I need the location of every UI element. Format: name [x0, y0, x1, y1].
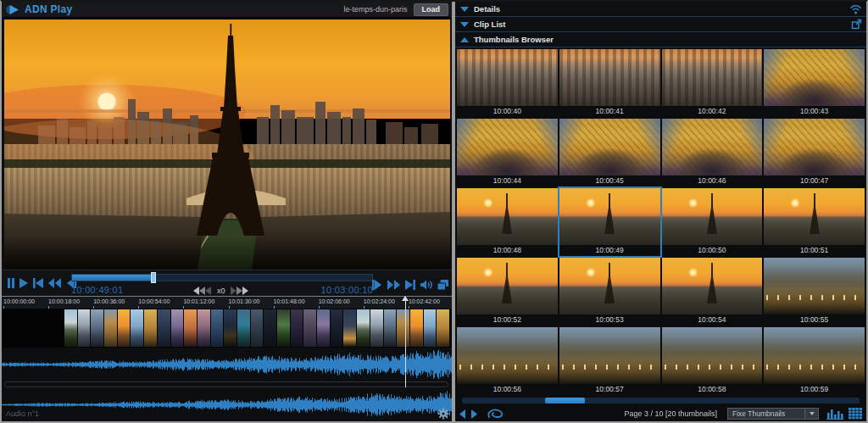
thumbnail-cell[interactable]: 10:00:58: [662, 327, 763, 395]
filmstrip-frame[interactable]: [331, 309, 343, 347]
prev-page-button[interactable]: [459, 409, 466, 419]
filmstrip-frame[interactable]: [158, 309, 170, 347]
filmstrip-frame[interactable]: [370, 309, 383, 347]
filmstrip-frame[interactable]: [277, 309, 290, 347]
clip-list-panel-label: Clip List: [474, 19, 505, 29]
filmstrip-frame[interactable]: [184, 309, 197, 347]
timeline-playhead[interactable]: [405, 297, 406, 387]
filmstrip-frame[interactable]: [224, 309, 236, 347]
filmstrip-frame[interactable]: [343, 309, 356, 347]
thumbnail-cell[interactable]: 10:00:57: [559, 327, 660, 395]
filmstrip-frame[interactable]: [237, 309, 250, 347]
thumbnail-cell[interactable]: 10:00:47: [764, 119, 865, 186]
filmstrip-frame[interactable]: [303, 309, 316, 347]
thumbnail-cell[interactable]: 10:00:53: [559, 258, 660, 326]
filmstrip-frame[interactable]: [91, 309, 103, 347]
thumbnails-browser-panel-header[interactable]: Thumbnails Browser: [455, 32, 866, 47]
load-button[interactable]: Load: [414, 3, 449, 16]
dual-screen-button[interactable]: [437, 279, 449, 291]
filmstrip-frame[interactable]: [424, 309, 437, 347]
filmstrip-frame[interactable]: [357, 309, 370, 347]
thumbnail-cell[interactable]: 10:00:49: [559, 188, 660, 256]
thumbnail-cell[interactable]: 10:00:42: [662, 49, 763, 117]
skip-start-button[interactable]: [32, 277, 44, 289]
thumbnails-mode-dropdown-button[interactable]: [805, 408, 819, 420]
thumbnail-image: [457, 327, 558, 384]
current-timecode: 10:00:49:01: [71, 285, 123, 295]
thumbnails-scrollbar-thumb[interactable]: [545, 398, 585, 404]
filmstrip-frame[interactable]: [410, 309, 423, 347]
thumbnail-cell[interactable]: 10:00:52: [457, 258, 558, 326]
thumbnails-scrollbar[interactable]: [462, 398, 860, 404]
filmstrip-frame[interactable]: [118, 309, 131, 347]
filmstrip-frame[interactable]: [78, 309, 91, 347]
thumbnail-cell[interactable]: 10:00:46: [662, 119, 763, 186]
seek-bar-handle[interactable]: [151, 272, 156, 283]
volume-button[interactable]: [420, 279, 433, 291]
thumbnail-image: [457, 188, 558, 245]
ruler-label: 10:00:00:00: [3, 298, 35, 304]
thumbnail-image: [764, 188, 865, 245]
skip-end-button[interactable]: [404, 279, 416, 291]
thumbnails-browser-collapse-icon[interactable]: [460, 37, 469, 42]
thumbnail-cell[interactable]: 10:00:40: [457, 49, 558, 117]
timeline-playhead-arrow: [402, 296, 409, 301]
thumbnail-cell[interactable]: 10:00:51: [764, 188, 865, 256]
filmstrip-frame[interactable]: [171, 309, 184, 347]
speed-up-button[interactable]: [231, 287, 249, 295]
video-viewport[interactable]: [4, 17, 450, 270]
filmstrip-frame[interactable]: [64, 309, 77, 347]
filmstrip-frame[interactable]: [317, 309, 330, 347]
clip-list-panel-header[interactable]: Clip List: [455, 17, 866, 32]
grid-view-icon[interactable]: [849, 408, 863, 420]
filmstrip-frame[interactable]: [291, 309, 303, 347]
thumbnail-cell[interactable]: 10:00:41: [559, 49, 660, 117]
waveform-view-icon[interactable]: [826, 408, 843, 420]
filmstrip-frame[interactable]: [437, 309, 449, 347]
filmstrip-frame[interactable]: [251, 309, 264, 347]
thumbnail-timecode: 10:00:52: [457, 314, 558, 326]
thumbnail-cell[interactable]: 10:00:54: [662, 258, 763, 326]
audio-waveform-channel-1[interactable]: [2, 348, 452, 381]
thumbnail-cell[interactable]: 10:00:59: [764, 327, 865, 395]
thumbnails-mode-dropdown[interactable]: Fixe Thumbnails: [727, 408, 805, 420]
thumbnail-timecode: 10:00:53: [559, 314, 660, 326]
ruler-label: 10:02:06:00: [319, 298, 350, 304]
play-button[interactable]: [19, 277, 29, 289]
thumbnail-cell[interactable]: 10:00:48: [457, 188, 558, 256]
filmstrip-frame[interactable]: [104, 309, 117, 347]
speed-down-button[interactable]: [193, 287, 212, 295]
filmstrip-frame[interactable]: [211, 309, 224, 347]
thumbnail-timecode: 10:00:46: [662, 175, 763, 186]
thumbnail-cell[interactable]: 10:00:44: [457, 119, 558, 186]
audio-settings-gear-icon[interactable]: [437, 408, 449, 423]
pause-button[interactable]: [7, 277, 15, 289]
details-panel-header[interactable]: Details: [455, 2, 866, 17]
thumbnail-cell[interactable]: 10:00:50: [662, 188, 763, 256]
thumbnail-timecode: 10:00:44: [457, 175, 558, 186]
details-collapse-icon[interactable]: [460, 7, 469, 12]
filmstrip-frame[interactable]: [131, 309, 143, 347]
ruler-label: 10:00:36:00: [93, 298, 125, 304]
chevron-down-icon: [810, 412, 815, 415]
thumbnail-cell[interactable]: 10:00:45: [559, 119, 660, 186]
filmstrip-frame[interactable]: [144, 309, 157, 347]
filmstrip-frame[interactable]: [384, 309, 397, 347]
thumbnail-cell[interactable]: 10:00:43: [764, 49, 865, 117]
seek-bar[interactable]: [71, 274, 373, 281]
external-link-icon[interactable]: [851, 19, 862, 30]
step-forward-button[interactable]: [371, 279, 383, 291]
clip-list-collapse-icon[interactable]: [460, 22, 469, 27]
loop-icon[interactable]: [486, 408, 506, 420]
filmstrip-frame[interactable]: [264, 309, 276, 347]
audio-waveform-channel-2[interactable]: [2, 388, 452, 421]
filmstrip-frame[interactable]: [397, 309, 409, 347]
fast-forward-button[interactable]: [387, 279, 401, 291]
thumbnail-cell[interactable]: 10:00:56: [457, 327, 558, 395]
filmstrip-frame[interactable]: [198, 309, 210, 347]
thumbnail-cell[interactable]: 10:00:55: [764, 258, 865, 326]
next-page-button[interactable]: [470, 409, 478, 419]
timeline-ruler[interactable]: 10:00:00:0010:00:18:0010:00:36:0010:00:5…: [2, 296, 452, 309]
rewind-button[interactable]: [47, 277, 62, 289]
details-panel-label: Details: [474, 4, 500, 14]
